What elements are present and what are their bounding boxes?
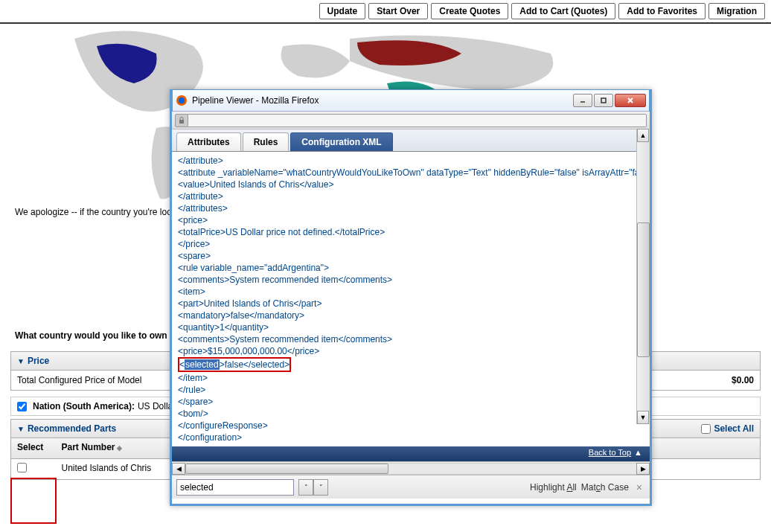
window-titlebar[interactable]: Pipeline Viewer - Mozilla Firefox bbox=[172, 89, 650, 112]
xml-line: </attributes> bbox=[178, 202, 644, 214]
row-select-checkbox[interactable] bbox=[17, 463, 27, 472]
scroll-thumb[interactable] bbox=[185, 464, 388, 474]
xml-line: <bom/> bbox=[178, 408, 644, 420]
scroll-thumb-vertical[interactable] bbox=[637, 222, 650, 357]
nation-checkbox[interactable] bbox=[17, 402, 27, 411]
svg-point-3 bbox=[179, 97, 185, 103]
red-highlight-select bbox=[10, 478, 57, 524]
xml-line: </configureResponse> bbox=[178, 420, 644, 432]
back-to-top-link[interactable]: Back to Top bbox=[589, 448, 631, 457]
scroll-left-button[interactable]: ◀ bbox=[172, 463, 185, 475]
xml-line: <price>$15,000,000,000.00</price> bbox=[178, 345, 644, 357]
tab-attributes[interactable]: Attributes bbox=[176, 132, 241, 151]
create-quotes-button[interactable]: Create Quotes bbox=[431, 3, 508, 19]
address-bar bbox=[172, 112, 650, 129]
svg-rect-5 bbox=[601, 98, 606, 103]
window-title: Pipeline Viewer - Mozilla Firefox bbox=[192, 95, 573, 106]
firefox-icon bbox=[176, 94, 188, 106]
xml-line: </item> bbox=[178, 372, 644, 384]
vertical-scrollbar[interactable]: ▲ ▼ bbox=[636, 129, 650, 424]
xml-line: </price> bbox=[178, 238, 644, 250]
match-case-link[interactable]: Match Case bbox=[581, 482, 629, 493]
select-all-checkbox[interactable] bbox=[701, 424, 711, 434]
total-price-label: Total Configured Price of Model bbox=[17, 375, 141, 385]
find-next-button[interactable]: ˅ bbox=[313, 479, 328, 496]
find-input[interactable] bbox=[176, 479, 294, 496]
nation-label: Nation (South America): bbox=[33, 401, 135, 411]
back-to-top-bar: Back to Top▲ bbox=[172, 446, 650, 461]
minimize-button[interactable] bbox=[573, 94, 592, 107]
main-toolbar: Update Start Over Create Quotes Add to C… bbox=[0, 0, 771, 24]
xml-line: <rule variable_name="addArgentina"> bbox=[178, 262, 644, 274]
start-over-button[interactable]: Start Over bbox=[368, 3, 428, 19]
xml-line: <mandatory>false</mandatory> bbox=[178, 310, 644, 321]
address-field[interactable] bbox=[188, 114, 647, 127]
xml-line: </attribute> bbox=[178, 155, 644, 167]
xml-line: <spare> bbox=[178, 250, 644, 262]
update-button[interactable]: Update bbox=[319, 3, 366, 19]
xml-line: </configuration> bbox=[178, 432, 644, 443]
maximize-button[interactable] bbox=[594, 94, 613, 107]
close-button[interactable] bbox=[615, 94, 646, 107]
xml-line: </spare> bbox=[178, 396, 644, 408]
xml-line: <part>United Islands of Chris</part> bbox=[178, 298, 644, 310]
add-to-favorites-button[interactable]: Add to Favorites bbox=[618, 3, 706, 19]
xml-line: </rule> bbox=[178, 384, 644, 396]
collapse-arrow-icon[interactable]: ▼ bbox=[17, 357, 25, 365]
xml-content-pane[interactable]: </attribute><attribute _variableName="wh… bbox=[172, 152, 650, 446]
highlight-all-link[interactable]: Highlight All bbox=[530, 482, 577, 493]
col-select[interactable]: Select bbox=[11, 438, 56, 459]
total-price-value: $0.00 bbox=[732, 375, 754, 385]
xml-line: <selected>false</selected> bbox=[178, 357, 644, 372]
scroll-right-button[interactable]: ▶ bbox=[636, 463, 650, 475]
find-bar: ˄ ˅ Highlight All Match Case × bbox=[172, 475, 650, 499]
xml-line: <value>United Islands of Chris</value> bbox=[178, 179, 644, 190]
scroll-up-button[interactable]: ▲ bbox=[637, 129, 649, 142]
arrow-up-icon: ▲ bbox=[634, 448, 642, 457]
xml-line: <quantity>1</quantity> bbox=[178, 321, 644, 333]
xml-line: <attribute _variableName="whatCountryWou… bbox=[178, 167, 644, 179]
scroll-down-button[interactable]: ▼ bbox=[637, 411, 649, 424]
tab-configuration-xml[interactable]: Configuration XML bbox=[290, 132, 392, 151]
xml-line: <comments>System recommended item</comme… bbox=[178, 274, 644, 286]
add-to-cart-button[interactable]: Add to Cart (Quotes) bbox=[511, 3, 615, 19]
tab-rules[interactable]: Rules bbox=[243, 132, 289, 151]
tab-bar: Attributes Rules Configuration XML bbox=[172, 129, 650, 152]
xml-line: <price> bbox=[178, 214, 644, 226]
xml-line: <comments>System recommended item</comme… bbox=[178, 333, 644, 345]
collapse-arrow-icon[interactable]: ▼ bbox=[17, 425, 25, 433]
sort-icon[interactable]: ◆ bbox=[117, 444, 122, 452]
xml-line: <item> bbox=[178, 286, 644, 298]
find-prev-button[interactable]: ˄ bbox=[298, 479, 313, 496]
find-close-button[interactable]: × bbox=[633, 481, 645, 493]
xml-line: </attribute> bbox=[178, 190, 644, 202]
pipeline-viewer-window: Pipeline Viewer - Mozilla Firefox Attrib… bbox=[170, 89, 652, 506]
horizontal-scrollbar[interactable]: ◀ ▶ bbox=[172, 461, 650, 475]
xml-line: <totalPrice>US Dollar price not defined.… bbox=[178, 226, 644, 238]
svg-rect-8 bbox=[179, 120, 184, 124]
migration-button[interactable]: Migration bbox=[708, 3, 765, 19]
lock-icon bbox=[175, 114, 188, 127]
